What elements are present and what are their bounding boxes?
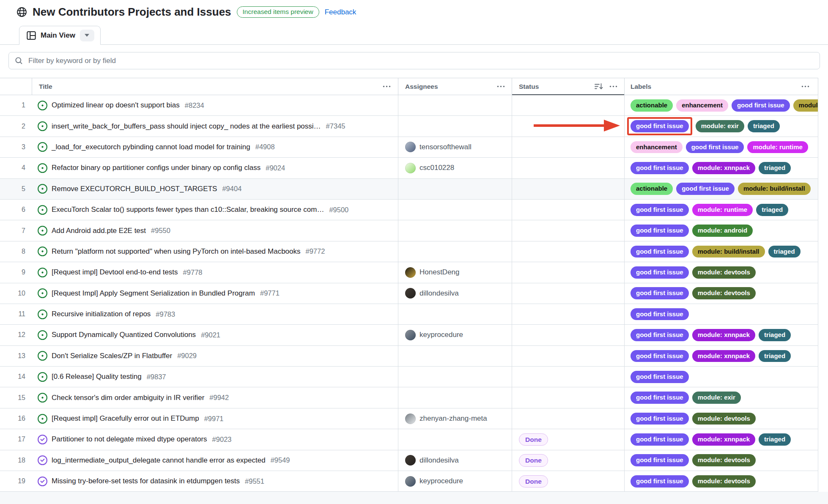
label-chip[interactable]: module: xnnpack — [692, 162, 755, 174]
labels-cell[interactable]: good first issue — [625, 367, 818, 387]
label-chip[interactable]: good first issue — [631, 413, 689, 425]
status-cell[interactable] — [512, 408, 625, 429]
assignees-cell[interactable] — [398, 116, 512, 136]
label-chip[interactable]: good first issue — [631, 308, 689, 320]
assignee-login[interactable]: dillondesilva — [419, 456, 459, 465]
issue-title[interactable]: [Request Impl] Apply Segment Serializati… — [52, 289, 255, 298]
table-row[interactable]: 6 ExecuTorch Scalar to() supports fewer … — [0, 200, 818, 220]
assignee-login[interactable]: keyprocedure — [419, 477, 463, 485]
issue-title[interactable]: [Request impl] Gracefully error out in E… — [52, 414, 199, 423]
title-cell[interactable]: Support Dynamically Quantized Convolutio… — [32, 325, 398, 345]
title-cell[interactable]: Check tensor's dim order ambiguity in IR… — [32, 387, 398, 408]
label-chip[interactable]: good first issue — [631, 392, 689, 404]
assignees-cell[interactable]: csc010228 — [398, 158, 512, 178]
title-cell[interactable]: Don't Serialize Scales/ZP in Flatbuffer … — [32, 346, 398, 366]
status-cell[interactable]: Done — [512, 471, 625, 491]
status-cell[interactable]: Done — [512, 429, 625, 449]
labels-cell[interactable]: good first issue — [625, 304, 818, 324]
table-row[interactable]: 17 Partitioner to not delegate mixed dty… — [0, 429, 818, 450]
tab-options-button[interactable] — [80, 30, 94, 41]
issue-title[interactable]: Return "platform not supported" when usi… — [52, 247, 301, 256]
assignees-cell[interactable] — [398, 179, 512, 199]
issue-title[interactable]: Optimized linear op doesn't support bias — [52, 101, 180, 110]
assignee-login[interactable]: dillondesilva — [419, 289, 459, 298]
table-row[interactable]: 2 insert_write_back_for_buffers_pass sho… — [0, 116, 818, 137]
table-row[interactable]: 5 Remove EXECUTORCH_BUILD_HOST_TARGETS #… — [0, 179, 818, 200]
label-chip[interactable]: enhancement — [631, 141, 683, 153]
label-chip[interactable]: good first issue — [631, 246, 689, 258]
title-cell[interactable]: log_intermediate_output_delegate cannot … — [32, 450, 398, 471]
issue-title[interactable]: insert_write_back_for_buffers_pass shoul… — [52, 122, 321, 131]
kebab-icon[interactable] — [497, 85, 505, 88]
label-chip[interactable]: module: runtime — [692, 204, 753, 216]
issue-title[interactable]: Don't Serialize Scales/ZP in Flatbuffer — [52, 352, 172, 360]
title-cell[interactable]: Partitioner to not delegate mixed dtype … — [32, 429, 398, 449]
status-cell[interactable] — [512, 262, 625, 282]
label-chip[interactable]: good first issue — [631, 266, 689, 279]
assignees-cell[interactable] — [398, 346, 512, 366]
title-cell[interactable]: Remove EXECUTORCH_BUILD_HOST_TARGETS #94… — [32, 179, 398, 199]
kebab-icon[interactable] — [801, 85, 809, 88]
label-chip[interactable]: module: build/install — [738, 183, 811, 195]
assignees-cell[interactable]: keyprocedure — [398, 471, 512, 491]
assignee-login[interactable]: tensorsofthewall — [419, 143, 472, 151]
assignees-cell[interactable] — [398, 304, 512, 324]
issue-title[interactable]: [Request impl] Devtool end-to-end tests — [52, 268, 178, 277]
issue-title[interactable]: Support Dynamically Quantized Convolutio… — [52, 331, 196, 339]
labels-cell[interactable]: good first issuemodule: xnnpacktriaged — [625, 158, 818, 178]
label-chip[interactable]: good first issue — [631, 433, 689, 446]
issue-title[interactable]: Remove EXECUTORCH_BUILD_HOST_TARGETS — [52, 185, 217, 193]
column-header-title[interactable]: Title — [32, 78, 398, 95]
table-row[interactable]: 9 [Request impl] Devtool end-to-end test… — [0, 262, 818, 283]
sort-descending-icon[interactable] — [595, 83, 603, 90]
assignees-cell[interactable]: dillondesilva — [398, 450, 512, 471]
labels-cell[interactable]: good first issuemodule: runtimetriaged — [625, 200, 818, 220]
label-chip[interactable]: module: devtools — [692, 266, 756, 279]
assignees-cell[interactable]: zhenyan-zhang-meta — [398, 408, 512, 429]
issue-title[interactable]: log_intermediate_output_delegate cannot … — [52, 456, 266, 465]
label-chip[interactable]: triaged — [759, 162, 791, 174]
feedback-link[interactable]: Feedback — [325, 8, 356, 16]
table-row[interactable]: 16 [Request impl] Gracefully error out i… — [0, 408, 818, 429]
assignees-cell[interactable] — [398, 95, 512, 115]
status-cell[interactable] — [512, 346, 625, 366]
title-cell[interactable]: [Request impl] Gracefully error out in E… — [32, 408, 398, 429]
issue-title[interactable]: Partitioner to not delegate mixed dtype … — [52, 435, 207, 444]
status-cell[interactable] — [512, 137, 625, 157]
filter-bar[interactable] — [8, 52, 820, 69]
labels-cell[interactable]: good first issuemodule: xnnpacktriaged — [625, 429, 818, 449]
table-row[interactable]: 3 _load_for_executorch pybinding cannot … — [0, 137, 818, 158]
title-cell[interactable]: [Request impl] Devtool end-to-end tests … — [32, 262, 398, 282]
label-chip[interactable]: good first issue — [686, 141, 744, 153]
label-chip[interactable]: enhancement — [676, 99, 728, 112]
label-chip[interactable]: triaged — [756, 204, 788, 216]
labels-cell[interactable]: actionablegood first issuemodule: build/… — [625, 179, 818, 199]
table-row[interactable]: 13 Don't Serialize Scales/ZP in Flatbuff… — [0, 346, 818, 367]
label-chip[interactable]: good first issue — [631, 454, 689, 466]
assignee-login[interactable]: zhenyan-zhang-meta — [419, 414, 487, 423]
status-cell[interactable] — [512, 95, 625, 115]
label-chip[interactable]: module: xnnpack — [692, 329, 755, 341]
table-row[interactable]: 12 Support Dynamically Quantized Convolu… — [0, 325, 818, 345]
status-cell[interactable] — [512, 116, 625, 136]
assignees-cell[interactable]: keyprocedure — [398, 325, 512, 345]
label-chip[interactable]: module: exir — [696, 120, 744, 132]
table-row[interactable]: 11 Recursive initialization of repos #97… — [0, 304, 818, 325]
assignee-login[interactable]: HonestDeng — [419, 268, 460, 277]
title-cell[interactable]: ExecuTorch Scalar to() supports fewer ty… — [32, 200, 398, 220]
labels-cell[interactable]: good first issuemodule: devtools — [625, 471, 818, 491]
label-chip[interactable]: good first issue — [631, 120, 689, 132]
filter-input[interactable] — [27, 56, 814, 66]
label-chip[interactable]: actionable — [631, 183, 673, 195]
status-cell[interactable] — [512, 220, 625, 241]
table-row[interactable]: 8 Return "platform not supported" when u… — [0, 241, 818, 262]
issue-title[interactable]: Refactor binary op partitioner configs u… — [52, 164, 260, 172]
labels-cell[interactable]: actionableenhancementgood first issuemod… — [625, 95, 818, 115]
labels-cell[interactable]: good first issuemodule: build/installtri… — [625, 241, 818, 262]
label-chip[interactable]: module: devtools — [692, 413, 756, 425]
title-cell[interactable]: Add Android add.pte E2E test #9550 — [32, 220, 398, 241]
assignees-cell[interactable]: tensorsofthewall — [398, 137, 512, 157]
label-chip[interactable]: triaged — [759, 329, 791, 341]
status-cell[interactable] — [512, 200, 625, 220]
label-chip[interactable]: module: xnnpack — [692, 433, 755, 446]
